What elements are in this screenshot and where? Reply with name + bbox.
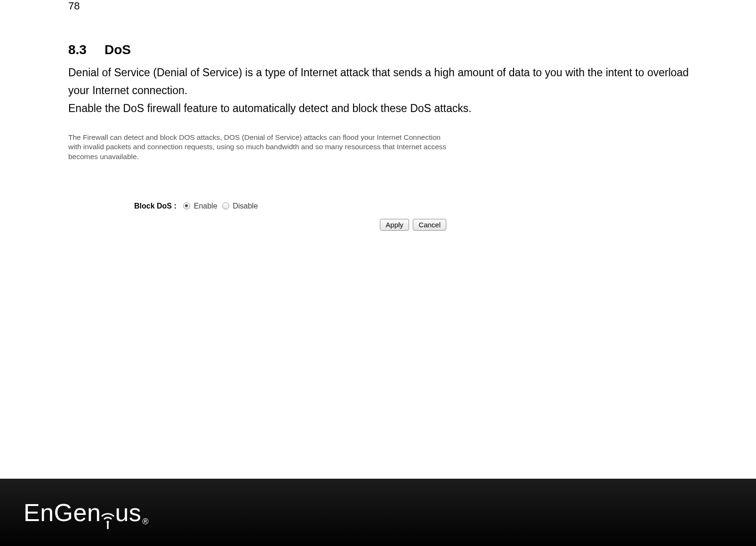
main-content: 8.3DoS Denial of Service (Denial of Serv… bbox=[68, 42, 690, 231]
block-dos-setting: Block DoS : Enable Disable bbox=[134, 202, 447, 210]
registered-mark: ® bbox=[142, 517, 149, 527]
button-row: Apply Cancel bbox=[68, 219, 447, 231]
section-number: 8.3 bbox=[68, 42, 87, 57]
wifi-icon bbox=[100, 507, 116, 528]
config-screenshot: The Firewall can detect and block DOS at… bbox=[68, 133, 447, 231]
page-footer: EnGen us ® bbox=[0, 479, 756, 546]
section-title: DoS bbox=[105, 42, 131, 57]
brand-text-left: EnGen bbox=[24, 498, 101, 527]
cancel-button[interactable]: Cancel bbox=[413, 219, 446, 231]
brand-text-right: us bbox=[115, 498, 141, 527]
brand-logo: EnGen us ® bbox=[24, 498, 149, 527]
svg-rect-1 bbox=[107, 522, 109, 529]
radio-enable-label: Enable bbox=[194, 202, 217, 210]
body-paragraph-2: Enable the DoS firewall feature to autom… bbox=[68, 100, 690, 118]
radio-disable[interactable] bbox=[222, 202, 229, 209]
page-number: 78 bbox=[68, 0, 80, 12]
block-dos-label: Block DoS : bbox=[134, 202, 177, 210]
radio-disable-label: Disable bbox=[233, 202, 257, 210]
radio-enable[interactable] bbox=[183, 202, 190, 209]
body-paragraph-1: Denial of Service (Denial of Service) is… bbox=[68, 64, 690, 100]
apply-button[interactable]: Apply bbox=[380, 219, 409, 231]
section-heading: 8.3DoS bbox=[68, 42, 690, 57]
screenshot-description: The Firewall can detect and block DOS at… bbox=[68, 133, 447, 161]
